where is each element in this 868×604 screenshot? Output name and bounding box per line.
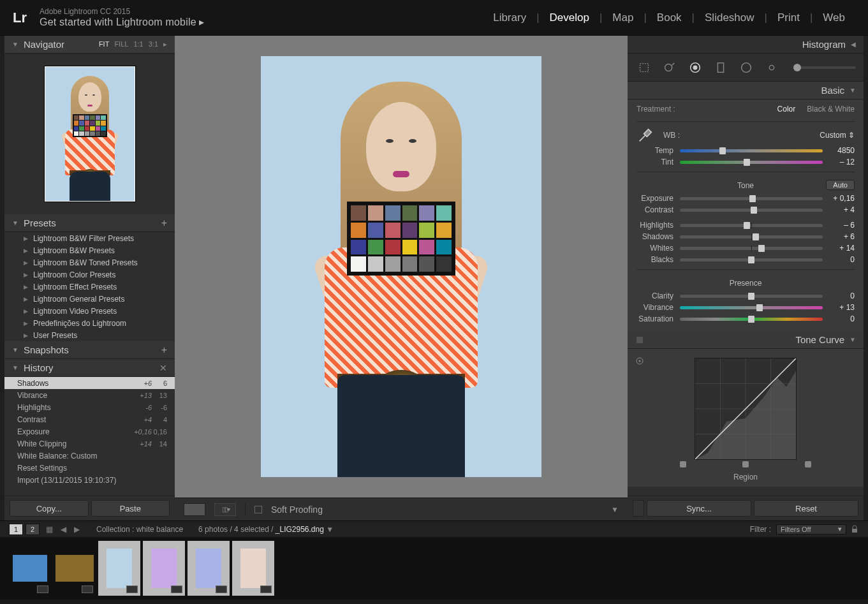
current-filename[interactable]: _LIG2956.dng bbox=[276, 525, 324, 534]
preset-folder[interactable]: ▶User Presets bbox=[4, 329, 175, 341]
zoom-stepper-icon[interactable]: ▸ bbox=[163, 40, 167, 48]
graduated-filter-icon[interactable] bbox=[712, 59, 730, 77]
treatment-bw[interactable]: Black & White bbox=[807, 105, 855, 114]
module-print[interactable]: Print bbox=[767, 11, 810, 24]
zoom-fill[interactable]: FILL bbox=[114, 40, 128, 48]
left-rail[interactable] bbox=[0, 36, 4, 520]
slider-value[interactable]: + 13 bbox=[829, 303, 855, 312]
loupe-view-button[interactable] bbox=[184, 503, 205, 516]
target-adjustment-icon[interactable] bbox=[635, 357, 644, 365]
slider-track[interactable] bbox=[680, 224, 823, 227]
zoom-fit[interactable]: FIT bbox=[99, 40, 110, 48]
module-book[interactable]: Book bbox=[647, 11, 692, 24]
filter-dropdown[interactable]: Filters Off▾ bbox=[776, 524, 846, 534]
slider-track[interactable] bbox=[680, 295, 823, 298]
before-after-button[interactable]: ▯▯▾ bbox=[214, 503, 236, 516]
basic-header[interactable]: Basic ▼ bbox=[628, 82, 864, 99]
prev-photo-icon[interactable]: ◀ bbox=[61, 525, 66, 534]
module-map[interactable]: Map bbox=[602, 11, 644, 24]
grid-view-icon[interactable]: ▦ bbox=[46, 525, 53, 534]
slider-track[interactable] bbox=[680, 161, 823, 164]
treatment-color[interactable]: Color bbox=[777, 105, 796, 114]
clear-history-icon[interactable]: ✕ bbox=[159, 363, 167, 373]
slider-track[interactable] bbox=[680, 235, 823, 239]
history-step[interactable]: Import (13/11/2015 19:10:37) bbox=[4, 474, 175, 486]
slider-value[interactable]: 0 bbox=[829, 314, 855, 323]
preset-folder[interactable]: ▶Lightroom General Presets bbox=[4, 293, 175, 305]
filmstrip-thumb[interactable] bbox=[143, 541, 185, 596]
add-preset-icon[interactable]: + bbox=[161, 217, 167, 229]
histogram-header[interactable]: Histogram ◀ bbox=[628, 36, 864, 54]
preset-folder[interactable]: ▶Predefinições do Lightroom bbox=[4, 317, 175, 329]
eyedropper-icon[interactable] bbox=[636, 126, 654, 144]
history-step[interactable]: Contrast+44 bbox=[4, 413, 175, 425]
toolbar-expand-icon[interactable]: ▼ bbox=[611, 505, 619, 514]
preset-folder[interactable]: ▶Lightroom Video Presets bbox=[4, 305, 175, 317]
slider-value[interactable]: + 4 bbox=[829, 205, 855, 214]
tonecurve-split-handles[interactable] bbox=[636, 461, 855, 468]
auto-tone-button[interactable]: Auto bbox=[826, 180, 855, 190]
slider-track[interactable] bbox=[680, 247, 823, 250]
snapshots-header[interactable]: ▼ Snapshots + bbox=[4, 341, 175, 359]
sync-button[interactable]: Sync... bbox=[647, 500, 751, 517]
reset-button[interactable]: Reset bbox=[754, 500, 858, 517]
filmstrip[interactable] bbox=[0, 537, 868, 600]
app-line2[interactable]: Get started with Lightroom mobile ▸ bbox=[40, 16, 205, 28]
tonecurve-header[interactable]: Tone Curve ▼ bbox=[628, 331, 864, 349]
preset-folder[interactable]: ▶Lightroom Color Presets bbox=[4, 269, 175, 281]
slider-value[interactable]: + 14 bbox=[829, 244, 855, 253]
wb-dropdown[interactable]: Custom ⇕ bbox=[820, 131, 855, 140]
crop-tool-icon[interactable] bbox=[635, 59, 653, 77]
panel-switch-icon[interactable] bbox=[633, 500, 644, 517]
slider-value[interactable]: 0 bbox=[829, 291, 855, 300]
history-header[interactable]: ▼ History ✕ bbox=[4, 359, 175, 377]
secondary-display-2[interactable]: 2 bbox=[26, 524, 40, 535]
slider-track[interactable] bbox=[680, 306, 823, 309]
preset-folder[interactable]: ▶Lightroom Effect Presets bbox=[4, 281, 175, 293]
navigator-thumbnail[interactable] bbox=[4, 54, 175, 214]
navigator-header[interactable]: ▼ Navigator FIT FILL 1:1 3:1 ▸ bbox=[4, 36, 175, 54]
zoom-1to1[interactable]: 1:1 bbox=[133, 40, 143, 48]
slider-track[interactable] bbox=[680, 318, 823, 321]
filter-lock-icon[interactable] bbox=[850, 525, 859, 534]
secondary-display-1[interactable]: 1 bbox=[9, 524, 23, 535]
history-step[interactable]: Exposure+0,160,16 bbox=[4, 425, 175, 438]
adjustment-brush-icon[interactable] bbox=[763, 59, 781, 77]
filmstrip-thumb[interactable] bbox=[232, 541, 274, 596]
history-step[interactable]: Reset Settings bbox=[4, 462, 175, 474]
slider-track[interactable] bbox=[680, 149, 823, 152]
tool-size-slider[interactable] bbox=[793, 66, 856, 69]
preset-folder[interactable]: ▶Lightroom B&W Presets bbox=[4, 244, 175, 256]
slider-value[interactable]: 4850 bbox=[829, 146, 855, 155]
history-step[interactable]: White Clipping+1414 bbox=[4, 438, 175, 450]
preset-folder[interactable]: ▶Lightroom B&W Toned Presets bbox=[4, 256, 175, 269]
paste-button[interactable]: Paste bbox=[91, 500, 170, 517]
add-snapshot-icon[interactable]: + bbox=[161, 344, 167, 356]
tonecurve-graph[interactable] bbox=[695, 358, 797, 460]
slider-track[interactable] bbox=[680, 209, 823, 212]
slider-value[interactable]: + 6 bbox=[829, 232, 855, 241]
history-step[interactable]: Highlights-6-6 bbox=[4, 401, 175, 413]
module-slideshow[interactable]: Slideshow bbox=[695, 11, 765, 24]
panel-switch-icon[interactable] bbox=[636, 337, 643, 343]
history-step[interactable]: Shadows+66 bbox=[4, 377, 175, 389]
presets-header[interactable]: ▼ Presets + bbox=[4, 214, 175, 232]
preset-folder[interactable]: ▶Lightroom B&W Filter Presets bbox=[4, 232, 175, 244]
slider-value[interactable]: – 6 bbox=[829, 221, 855, 230]
copy-button[interactable]: Copy... bbox=[10, 500, 89, 517]
right-rail[interactable] bbox=[864, 36, 868, 520]
redeye-tool-icon[interactable] bbox=[686, 59, 704, 77]
filmstrip-thumb[interactable] bbox=[98, 541, 140, 596]
slider-value[interactable]: – 12 bbox=[829, 158, 855, 166]
module-library[interactable]: Library bbox=[483, 11, 536, 24]
slider-value[interactable]: + 0,16 bbox=[829, 194, 855, 203]
filmstrip-thumb[interactable] bbox=[54, 541, 96, 596]
spot-removal-icon[interactable] bbox=[661, 59, 679, 77]
slider-value[interactable]: 0 bbox=[829, 255, 855, 264]
zoom-3to1[interactable]: 3:1 bbox=[149, 40, 158, 48]
radial-filter-icon[interactable] bbox=[737, 59, 755, 77]
main-preview-image[interactable] bbox=[261, 56, 541, 477]
filmstrip-thumb[interactable] bbox=[9, 541, 51, 596]
history-step[interactable]: Vibrance+1313 bbox=[4, 389, 175, 401]
history-step[interactable]: White Balance: Custom bbox=[4, 450, 175, 462]
